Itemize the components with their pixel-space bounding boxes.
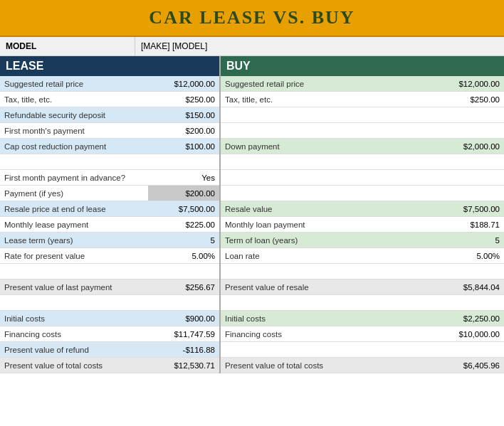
lease-row-label: Tax, title, etc. xyxy=(0,92,148,107)
buy-row-label: Tax, title, etc. xyxy=(221,92,429,107)
lease-row-label: First month payment in advance? xyxy=(0,170,148,185)
buy-row-value: $5,844.04 xyxy=(429,279,504,294)
lease-row xyxy=(0,154,219,170)
buy-row: Present value of resale$5,844.04 xyxy=(221,279,504,295)
model-label: MODEL xyxy=(0,37,135,55)
buy-row-value: 5.00% xyxy=(429,248,504,263)
lease-row-value: $250.00 xyxy=(148,92,219,107)
buy-section: BUY Suggested retail price$12,000.00Tax,… xyxy=(221,56,504,373)
buy-row-value: $2,000.00 xyxy=(429,139,504,154)
lease-row-value: $7,500.00 xyxy=(148,201,219,216)
lease-row-value: $150.00 xyxy=(148,107,219,122)
buy-row xyxy=(221,107,504,123)
lease-row-value: $100.00 xyxy=(148,139,219,154)
buy-row-value: $250.00 xyxy=(429,92,504,107)
lease-row-label: Initial costs xyxy=(0,311,148,326)
lease-row-label: Payment (if yes) xyxy=(0,186,148,201)
lease-row-value: $12,530.71 xyxy=(148,358,219,373)
buy-row-label: Suggested retail price xyxy=(221,76,429,91)
lease-row: Refundable security deposit$150.00 xyxy=(0,107,219,123)
lease-row: Lease term (years)5 xyxy=(0,233,219,248)
buy-row-label: Financing costs xyxy=(221,326,429,341)
lease-rows: Suggested retail price$12,000.00Tax, tit… xyxy=(0,76,219,373)
buy-row: Initial costs$2,250.00 xyxy=(221,311,504,326)
buy-row xyxy=(221,295,504,311)
lease-row-value: Yes xyxy=(148,170,219,185)
buy-row: Financing costs$10,000.00 xyxy=(221,326,504,342)
buy-row xyxy=(221,170,504,186)
lease-row: First month payment in advance?Yes xyxy=(0,170,219,186)
lease-row-label: Lease term (years) xyxy=(0,233,148,247)
lease-row-value: $225.00 xyxy=(148,217,219,232)
title-bar: CAR LEASE VS. BUY xyxy=(0,0,504,37)
buy-row-value: $10,000.00 xyxy=(429,326,504,341)
buy-row-label: Initial costs xyxy=(221,311,429,326)
buy-row: Loan rate5.00% xyxy=(221,248,504,264)
lease-row: Rate for present value5.00% xyxy=(0,248,219,264)
lease-row: Tax, title, etc.$250.00 xyxy=(0,92,219,107)
buy-row-label: Resale value xyxy=(221,201,429,216)
lease-row: Present value of refund-$116.88 xyxy=(0,342,219,358)
lease-row-label: Rate for present value xyxy=(0,248,148,263)
lease-row-label: Monthly lease payment xyxy=(0,217,148,232)
lease-row-value: $11,747.59 xyxy=(148,326,219,341)
lease-row-value: $200.00 xyxy=(148,186,219,201)
lease-row-label: Present value of last payment xyxy=(0,279,148,294)
lease-row-value: $900.00 xyxy=(148,311,219,326)
buy-row-value: $2,250.00 xyxy=(429,311,504,326)
lease-row: Present value of total costs$12,530.71 xyxy=(0,358,219,373)
buy-row xyxy=(221,342,504,358)
buy-row-value: $12,000.00 xyxy=(429,76,504,91)
lease-row xyxy=(0,264,219,279)
buy-row-label: Term of loan (years) xyxy=(221,233,429,247)
buy-header: BUY xyxy=(221,56,504,76)
lease-row-label: Refundable security deposit xyxy=(0,107,148,122)
buy-row: Suggested retail price$12,000.00 xyxy=(221,76,504,92)
lease-row-label: Suggested retail price xyxy=(0,76,148,91)
lease-row-label: Financing costs xyxy=(0,326,148,341)
buy-rows: Suggested retail price$12,000.00Tax, tit… xyxy=(221,76,504,373)
buy-row-label: Present value of resale xyxy=(221,279,429,294)
lease-row-label: First month's payment xyxy=(0,123,148,138)
buy-row-value: $6,405.96 xyxy=(429,358,504,373)
buy-row-value: 5 xyxy=(429,233,504,247)
lease-row: Initial costs$900.00 xyxy=(0,311,219,326)
lease-row-label: Resale price at end of lease xyxy=(0,201,148,216)
buy-row: Tax, title, etc.$250.00 xyxy=(221,92,504,107)
model-value: [MAKE] [MODEL] xyxy=(135,37,504,55)
lease-section: LEASE Suggested retail price$12,000.00Ta… xyxy=(0,56,221,373)
lease-row: Monthly lease payment$225.00 xyxy=(0,217,219,233)
buy-row-label: Present value of total costs xyxy=(221,358,429,373)
buy-row xyxy=(221,264,504,279)
lease-row: Cap cost reduction payment$100.00 xyxy=(0,139,219,154)
lease-row xyxy=(0,295,219,311)
buy-row: Down payment$2,000.00 xyxy=(221,139,504,154)
buy-row xyxy=(221,123,504,139)
lease-row: Suggested retail price$12,000.00 xyxy=(0,76,219,92)
lease-row: Resale price at end of lease$7,500.00 xyxy=(0,201,219,217)
lease-row-value: $12,000.00 xyxy=(148,76,219,91)
buy-row-value: $188.71 xyxy=(429,217,504,232)
lease-row-value: 5 xyxy=(148,233,219,247)
lease-row-label: Present value of total costs xyxy=(0,358,148,373)
lease-header: LEASE xyxy=(0,56,219,76)
buy-row-label: Loan rate xyxy=(221,248,429,263)
lease-row-value: $200.00 xyxy=(148,123,219,138)
lease-row-value: -$116.88 xyxy=(148,342,219,357)
lease-row-value: 5.00% xyxy=(148,248,219,263)
lease-row: Present value of last payment$256.67 xyxy=(0,279,219,295)
lease-row: First month's payment$200.00 xyxy=(0,123,219,139)
buy-row-value: $7,500.00 xyxy=(429,201,504,216)
buy-row xyxy=(221,154,504,170)
buy-row: Monthly loan payment$188.71 xyxy=(221,217,504,233)
buy-row: Term of loan (years)5 xyxy=(221,233,504,248)
buy-row-label: Monthly loan payment xyxy=(221,217,429,232)
lease-row-label: Cap cost reduction payment xyxy=(0,139,148,154)
lease-row: Payment (if yes)$200.00 xyxy=(0,186,219,201)
buy-row-label: Down payment xyxy=(221,139,429,154)
lease-row: Financing costs$11,747.59 xyxy=(0,326,219,342)
buy-row: Present value of total costs$6,405.96 xyxy=(221,358,504,373)
lease-row-value: $256.67 xyxy=(148,279,219,294)
lease-row-label: Present value of refund xyxy=(0,342,148,357)
model-row: MODEL [MAKE] [MODEL] xyxy=(0,37,504,56)
